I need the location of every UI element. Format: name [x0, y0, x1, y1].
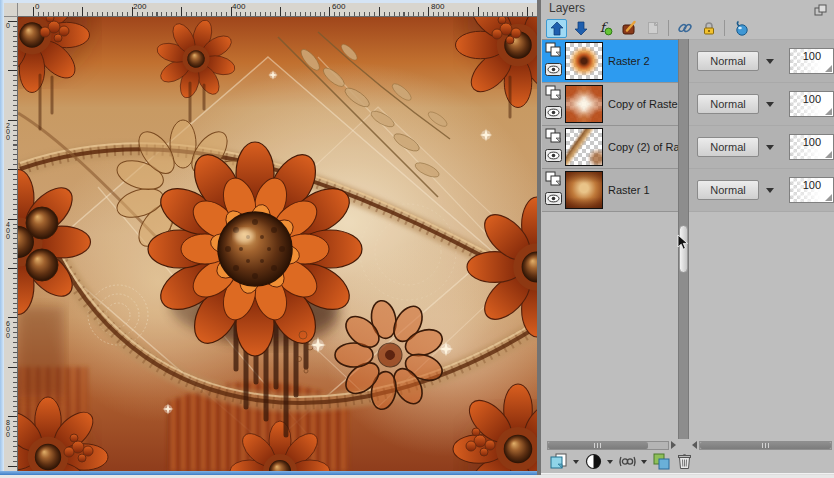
raster-layer-icon: [545, 42, 565, 62]
chevron-down-icon[interactable]: [607, 460, 613, 464]
new-layer-group-icon[interactable]: [651, 452, 671, 471]
left-pane-hscrollbar[interactable]: [547, 440, 676, 450]
layer-list: Raster 2 Copy of Raster 1 Copy (2) of Ra…: [542, 39, 678, 212]
layers-bottom-toolbar: [549, 451, 694, 472]
blend-row: Normal 100: [689, 126, 834, 169]
vertical-ruler: 0 200 400 600 800: [4, 17, 18, 471]
lock-transparency-icon[interactable]: [698, 19, 719, 38]
layer-thumbnail[interactable]: [565, 85, 603, 123]
toolbar-separator: [724, 20, 725, 36]
chevron-down-icon[interactable]: [762, 137, 777, 157]
ruler-label: 0: [35, 3, 39, 11]
layer-thumbnail[interactable]: [565, 42, 603, 80]
ruler-label: 600: [332, 3, 345, 11]
layer-name[interactable]: Copy (2) of Raste: [608, 141, 678, 153]
raster-layer-icon: [545, 128, 565, 148]
blend-mode-select[interactable]: Normal: [697, 94, 759, 114]
chevron-down-icon[interactable]: [641, 460, 647, 464]
raster-layer-icon: [545, 85, 565, 105]
ruler-label: 800: [6, 420, 13, 438]
delete-layer-icon[interactable]: [674, 452, 694, 471]
scroll-right-arrow-icon[interactable]: [671, 441, 676, 449]
chevron-down-icon[interactable]: [762, 51, 777, 71]
chevron-down-icon[interactable]: [573, 460, 579, 464]
blend-mode-select[interactable]: Normal: [697, 137, 759, 157]
edit-layer-icon[interactable]: [618, 19, 639, 38]
horizontal-ruler: 0 200 400 600 800: [18, 3, 537, 17]
opacity-control[interactable]: 100: [789, 48, 834, 74]
opacity-value: 100: [803, 136, 821, 148]
ruler-label: 800: [431, 3, 444, 11]
float-palette-icon[interactable]: [814, 2, 828, 14]
opacity-value: 100: [803, 93, 821, 105]
layer-name[interactable]: Copy of Raster 1: [608, 98, 678, 110]
ruler-corner: [4, 3, 18, 17]
ruler-label: 400: [232, 3, 245, 11]
layer-row-raster-1[interactable]: Raster 1: [542, 169, 678, 212]
move-down-icon[interactable]: [570, 19, 591, 38]
new-mask-layer-icon[interactable]: [617, 452, 637, 471]
scroll-left-arrow-icon[interactable]: [692, 441, 697, 449]
visibility-eye-icon[interactable]: [545, 62, 565, 80]
blend-ranges-icon[interactable]: [730, 19, 751, 38]
ruler-label: 200: [6, 123, 13, 141]
layers-palette: Layers f: [541, 0, 834, 478]
blend-opacity-pane: Normal 100 Normal 100 Normal 100 Normal …: [689, 39, 834, 212]
opacity-control[interactable]: 100: [789, 134, 834, 160]
chevron-down-icon[interactable]: [762, 180, 777, 200]
ruler-label: 200: [133, 3, 146, 11]
layer-row-raster-2[interactable]: Raster 2: [542, 40, 678, 83]
opacity-control[interactable]: 100: [789, 91, 834, 117]
ruler-label: 600: [6, 321, 13, 339]
layers-toolbar: f: [546, 17, 751, 39]
layer-name[interactable]: Raster 1: [608, 184, 650, 196]
new-fx-layer-icon[interactable]: f: [594, 19, 615, 38]
mouse-cursor: [677, 234, 689, 255]
layer-row-copy-of-raster-1[interactable]: Copy of Raster 1: [542, 83, 678, 126]
link-layers-icon[interactable]: [674, 19, 695, 38]
opacity-control[interactable]: 100: [789, 177, 834, 203]
layer-name[interactable]: Raster 2: [608, 55, 650, 67]
canvas-image[interactable]: [18, 17, 537, 471]
opacity-value: 100: [803, 50, 821, 62]
opacity-value: 100: [803, 179, 821, 191]
new-adjustment-layer-icon[interactable]: [583, 452, 603, 471]
move-up-icon[interactable]: [546, 19, 567, 38]
palette-title: Layers: [549, 1, 585, 15]
ruler-label: 0: [6, 23, 13, 29]
visibility-eye-icon[interactable]: [545, 105, 565, 123]
right-pane-hscrollbar[interactable]: [692, 440, 831, 450]
blend-row: Normal 100: [689, 40, 834, 83]
layer-thumbnail[interactable]: [565, 171, 603, 209]
toolbar-separator: [668, 20, 669, 36]
blend-mode-select[interactable]: Normal: [697, 51, 759, 71]
blend-row: Normal 100: [689, 83, 834, 126]
page-disabled-icon: [642, 19, 663, 38]
layer-row-copy-2-of-raster-1[interactable]: Copy (2) of Raste: [542, 126, 678, 169]
new-raster-layer-icon[interactable]: [549, 452, 569, 471]
blend-row: Normal 100: [689, 169, 834, 212]
layer-thumbnail[interactable]: [565, 128, 603, 166]
raster-layer-icon: [545, 171, 565, 191]
visibility-eye-icon[interactable]: [545, 191, 565, 209]
image-window: 0 200 400 600 800 0 200 400 600 800: [0, 0, 541, 478]
blend-mode-select[interactable]: Normal: [697, 180, 759, 200]
chevron-down-icon[interactable]: [762, 94, 777, 114]
visibility-eye-icon[interactable]: [545, 148, 565, 166]
psp-workspace: 0 200 400 600 800 0 200 400 600 800: [0, 0, 834, 478]
ruler-label: 400: [6, 222, 13, 240]
